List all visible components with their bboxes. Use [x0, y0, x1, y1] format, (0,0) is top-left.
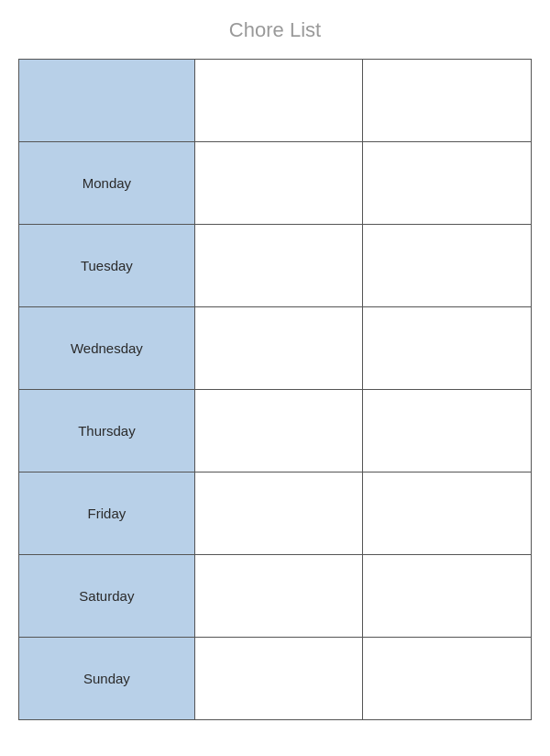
chore-table: MondayTuesdayWednesdayThursdayFridaySatu… — [18, 59, 532, 720]
chore-cell-1-thursday[interactable] — [194, 390, 363, 472]
day-cell-friday: Friday — [19, 472, 195, 555]
chore-cell-1-saturday[interactable] — [194, 555, 363, 638]
table-row: Saturday — [19, 555, 532, 638]
chore-cell-2-monday[interactable] — [363, 142, 532, 225]
chore-cell-2-sunday[interactable] — [363, 638, 532, 720]
day-cell-saturday: Saturday — [19, 555, 195, 638]
chore-cell-1-monday[interactable] — [194, 142, 363, 225]
day-cell-tuesday: Tuesday — [19, 225, 195, 307]
table-row: Wednesday — [19, 307, 532, 390]
day-cell-monday: Monday — [19, 142, 195, 225]
chore-cell-2-saturday[interactable] — [363, 555, 532, 638]
chore-cell-2-header[interactable] — [363, 60, 532, 142]
chore-cell-1-friday[interactable] — [194, 472, 363, 555]
chore-cell-1-wednesday[interactable] — [194, 307, 363, 390]
table-row: Sunday — [19, 638, 532, 720]
day-cell-header — [19, 60, 195, 142]
table-row: Friday — [19, 472, 532, 555]
chore-cell-2-tuesday[interactable] — [363, 225, 532, 307]
chore-cell-2-wednesday[interactable] — [363, 307, 532, 390]
chore-cell-2-thursday[interactable] — [363, 390, 532, 472]
table-row: Thursday — [19, 390, 532, 472]
day-cell-thursday: Thursday — [19, 390, 195, 472]
chore-cell-1-tuesday[interactable] — [194, 225, 363, 307]
page-title: Chore List — [229, 18, 321, 42]
day-cell-wednesday: Wednesday — [19, 307, 195, 390]
table-row — [19, 60, 532, 142]
table-row: Tuesday — [19, 225, 532, 307]
chore-cell-2-friday[interactable] — [363, 472, 532, 555]
chore-cell-1-sunday[interactable] — [194, 638, 363, 720]
table-row: Monday — [19, 142, 532, 225]
chore-cell-1-header[interactable] — [194, 60, 363, 142]
day-cell-sunday: Sunday — [19, 638, 195, 720]
